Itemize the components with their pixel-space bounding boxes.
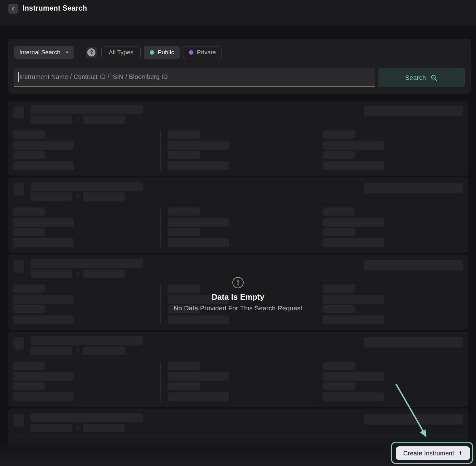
skeleton-sub-bar — [83, 192, 125, 201]
skeleton-field-bar — [168, 295, 229, 304]
skeleton-field-bar — [13, 362, 45, 370]
skeleton-field-bar — [13, 392, 74, 401]
skeleton-dot — [77, 272, 79, 275]
skeleton-field-bar — [168, 362, 200, 370]
column-divider — [160, 284, 161, 324]
search-mode-dropdown[interactable]: Internal Search — [14, 46, 74, 59]
help-button[interactable]: ? — [86, 47, 97, 58]
skeleton-checkbox — [13, 183, 24, 196]
skeleton-title-bar — [31, 259, 143, 268]
skeleton-checkbox — [13, 337, 24, 350]
filter-all-types-label: All Types — [109, 49, 134, 56]
skeleton-dot — [77, 195, 79, 198]
skeleton-field-bar — [168, 315, 229, 324]
skeleton-checkbox — [13, 260, 24, 273]
card-divider — [11, 435, 466, 435]
skeleton-field-bar — [168, 382, 200, 390]
skeleton-sub-bar — [31, 269, 72, 278]
skeleton-field-bar — [168, 284, 200, 293]
skeleton-field-bar — [13, 130, 45, 138]
skeleton-top-right-bar — [364, 260, 463, 270]
skeleton-checkbox — [13, 106, 24, 119]
search-button-label: Search — [405, 74, 426, 81]
skeleton-top-right-bar — [364, 414, 463, 425]
skeleton-sub-bar — [83, 424, 125, 432]
skeleton-field-bar — [168, 207, 200, 216]
public-dot-icon — [150, 50, 154, 55]
skeleton-field-bar — [168, 218, 229, 227]
skeleton-field-bar — [13, 218, 74, 227]
skeleton-field-bar — [323, 284, 355, 293]
skeleton-sub-bar — [83, 269, 125, 278]
back-button[interactable] — [8, 4, 18, 14]
filter-public[interactable]: Public — [144, 46, 180, 59]
skeleton-field-bar — [13, 305, 45, 313]
card-divider — [11, 204, 466, 204]
skeleton-top-right-bar — [364, 106, 463, 116]
skeleton-field-bar — [168, 141, 229, 150]
column-divider — [316, 207, 316, 247]
result-card-skeleton — [8, 177, 468, 253]
result-card-skeleton — [8, 332, 468, 407]
filter-all-types[interactable]: All Types — [101, 46, 141, 59]
annotation-highlight-ring: Create Instrument + — [391, 442, 473, 464]
skeleton-field-bar — [323, 228, 355, 236]
column-divider — [316, 362, 316, 401]
column-divider — [160, 130, 161, 170]
skeleton-field-bar — [323, 315, 384, 324]
skeleton-field-bar — [13, 141, 74, 150]
filter-private-label: Private — [197, 49, 216, 56]
skeleton-top-right-bar — [364, 337, 463, 347]
skeleton-field-bar — [323, 207, 355, 216]
skeleton-field-bar — [168, 151, 200, 159]
skeleton-field-bar — [323, 362, 355, 370]
skeleton-field-bar — [168, 228, 200, 236]
create-instrument-button[interactable]: Create Instrument + — [396, 446, 470, 460]
skeleton-field-bar — [13, 228, 45, 236]
skeleton-field-bar — [13, 382, 45, 390]
skeleton-field-bar — [323, 161, 384, 170]
skeleton-sub-bar — [31, 424, 72, 432]
skeleton-field-bar — [13, 151, 45, 159]
column-divider — [316, 130, 316, 170]
skeleton-title-bar — [31, 182, 143, 191]
skeleton-field-bar — [323, 382, 355, 390]
column-divider — [160, 207, 161, 247]
card-divider — [11, 358, 466, 358]
skeleton-checkbox — [13, 414, 24, 427]
search-button[interactable]: Search — [378, 68, 465, 87]
skeleton-field-bar — [13, 295, 74, 304]
plus-icon: + — [458, 449, 463, 457]
search-input-wrap — [14, 68, 375, 87]
page-title: Instrument Search — [22, 4, 87, 12]
skeleton-dot — [77, 426, 79, 430]
skeleton-field-bar — [323, 238, 384, 247]
skeleton-dot — [77, 349, 79, 352]
skeleton-field-bar — [168, 161, 229, 170]
search-input[interactable] — [14, 68, 375, 86]
filter-private[interactable]: Private — [183, 46, 222, 59]
app-header: Instrument Search — [0, 0, 476, 26]
search-row: Search — [14, 68, 465, 87]
search-mode-label: Internal Search — [19, 49, 61, 56]
skeleton-field-bar — [168, 130, 200, 138]
skeleton-field-bar — [323, 151, 355, 159]
skeleton-sub-bar — [31, 115, 72, 124]
results-list — [8, 100, 468, 466]
skeleton-field-bar — [323, 372, 384, 381]
filters-row: Internal Search ? All Types Public Priva… — [14, 46, 225, 59]
skeleton-sub-bar — [83, 347, 125, 355]
card-divider — [11, 127, 466, 127]
skeleton-field-bar — [13, 207, 45, 216]
create-instrument-label: Create Instrument — [403, 450, 454, 457]
skeleton-title-bar — [31, 336, 143, 345]
skeleton-field-bar — [13, 161, 74, 170]
chevron-left-icon — [11, 7, 16, 11]
filter-public-label: Public — [158, 49, 174, 56]
skeleton-dot — [77, 118, 79, 121]
skeleton-field-bar — [168, 305, 200, 313]
skeleton-field-bar — [323, 305, 355, 313]
column-divider — [160, 362, 161, 401]
skeleton-field-bar — [13, 372, 74, 381]
skeleton-title-bar — [31, 413, 143, 422]
